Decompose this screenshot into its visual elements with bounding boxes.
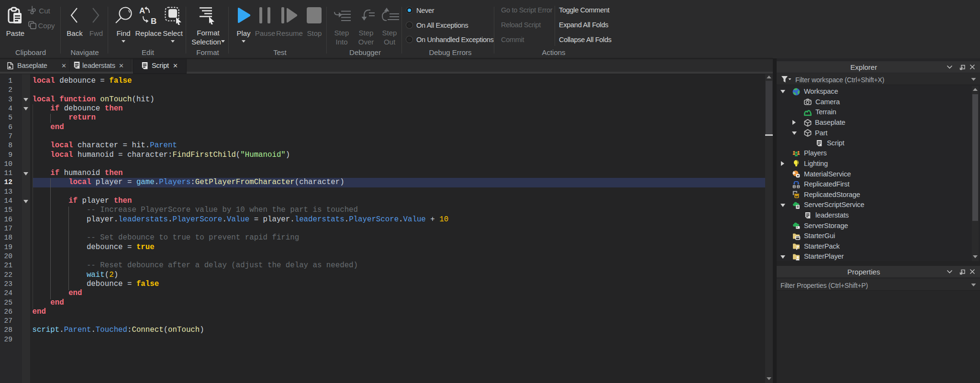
svg-text:B: B xyxy=(151,17,156,26)
svg-text:A: A xyxy=(139,6,145,15)
